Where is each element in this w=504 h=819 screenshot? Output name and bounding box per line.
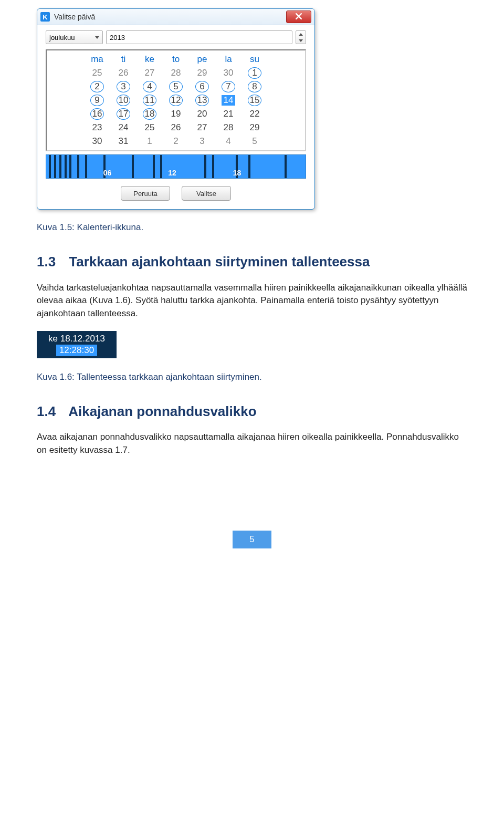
time-ruler[interactable]: 061218 bbox=[46, 154, 306, 179]
close-button[interactable] bbox=[286, 11, 311, 23]
calendar-day[interactable]: 18 bbox=[136, 107, 163, 121]
spin-up-button[interactable] bbox=[296, 31, 306, 37]
calendar-day[interactable]: 4 bbox=[136, 80, 163, 94]
time-display-figure: ke 18.12.2013 12:28:30 bbox=[37, 331, 117, 358]
calendar-day[interactable]: 29 bbox=[189, 66, 215, 80]
calendar-day[interactable]: 29 bbox=[242, 121, 268, 134]
calendar-day[interactable]: 15 bbox=[242, 94, 268, 107]
dialog-title: Valitse päivä bbox=[54, 13, 286, 21]
figure-caption-1-6: Kuva 1.6: Tallenteessa tarkkaan ajankoht… bbox=[37, 372, 467, 382]
weekday-header: ke bbox=[136, 53, 163, 66]
calendar-day[interactable]: 27 bbox=[136, 66, 163, 80]
timeline-marker bbox=[212, 155, 214, 178]
calendar-day[interactable]: 16 bbox=[84, 107, 110, 121]
calendar-day[interactable]: 21 bbox=[215, 107, 242, 121]
cancel-button[interactable]: Peruuta bbox=[121, 186, 170, 201]
weekday-header: la bbox=[215, 53, 242, 66]
calendar-day[interactable]: 11 bbox=[136, 94, 163, 107]
time-display-time: 12:28:30 bbox=[56, 345, 97, 356]
weekday-header: ti bbox=[110, 53, 136, 66]
calendar-day[interactable]: 3 bbox=[189, 134, 215, 148]
calendar-day[interactable]: 27 bbox=[189, 121, 215, 134]
calendar-day[interactable]: 12 bbox=[163, 94, 189, 107]
timeline-marker bbox=[285, 155, 287, 178]
timeline-marker bbox=[49, 155, 51, 178]
caret-down-icon bbox=[299, 39, 303, 42]
calendar-day[interactable]: 20 bbox=[189, 107, 215, 121]
section-title: Tarkkaan ajankohtaan siirtyminen tallent… bbox=[69, 254, 370, 269]
calendar-day[interactable]: 5 bbox=[242, 134, 268, 148]
select-button[interactable]: Valitse bbox=[182, 186, 231, 201]
timeline-marker bbox=[77, 155, 79, 178]
timeline-marker bbox=[59, 155, 61, 178]
timeline-marker bbox=[248, 155, 250, 178]
year-spinner[interactable] bbox=[296, 30, 306, 44]
calendar-day[interactable]: 25 bbox=[84, 66, 110, 80]
calendar-day[interactable]: 26 bbox=[110, 66, 136, 80]
dialog-titlebar: K Valitse päivä bbox=[37, 9, 314, 25]
section-heading-1-4: 1.4 Aikajanan ponnahdusvalikko bbox=[37, 403, 467, 420]
calendar-day[interactable]: 1 bbox=[136, 134, 163, 148]
weekday-header: ma bbox=[84, 53, 110, 66]
section-title: Aikajanan ponnahdusvalikko bbox=[68, 403, 256, 419]
calendar-day[interactable]: 7 bbox=[215, 80, 242, 94]
time-display-date: ke 18.12.2013 bbox=[37, 333, 117, 345]
calendar-day[interactable]: 2 bbox=[163, 134, 189, 148]
calendar-grid-container: matiketopelasu25262728293012345678910111… bbox=[46, 49, 306, 151]
calendar-day[interactable]: 4 bbox=[215, 134, 242, 148]
close-icon bbox=[296, 13, 302, 21]
month-select-value: joulukuu bbox=[49, 34, 75, 42]
calendar-day[interactable]: 22 bbox=[242, 107, 268, 121]
calendar-day[interactable]: 30 bbox=[215, 66, 242, 80]
weekday-header: pe bbox=[189, 53, 215, 66]
calendar-day[interactable]: 28 bbox=[163, 66, 189, 80]
weekday-header: su bbox=[242, 53, 268, 66]
timeline-marker bbox=[54, 155, 56, 178]
timeline-marker bbox=[132, 155, 134, 178]
calendar-day[interactable]: 5 bbox=[163, 80, 189, 94]
calendar-day[interactable]: 26 bbox=[163, 121, 189, 134]
calendar-day[interactable]: 8 bbox=[242, 80, 268, 94]
calendar-day[interactable]: 10 bbox=[110, 94, 136, 107]
weekday-header: to bbox=[163, 53, 189, 66]
calendar-day[interactable]: 25 bbox=[136, 121, 163, 134]
spin-down-button[interactable] bbox=[296, 37, 306, 44]
month-select[interactable]: joulukuu bbox=[46, 30, 103, 44]
calendar-day[interactable]: 19 bbox=[163, 107, 189, 121]
year-input-value: 2013 bbox=[110, 34, 125, 42]
calendar-day[interactable]: 9 bbox=[84, 94, 110, 107]
section-heading-1-3: 1.3 Tarkkaan ajankohtaan siirtyminen tal… bbox=[37, 254, 467, 270]
calendar-day[interactable]: 3 bbox=[110, 80, 136, 94]
section-number: 1.3 bbox=[37, 254, 65, 270]
calendar-day[interactable]: 23 bbox=[84, 121, 110, 134]
calendar-day[interactable]: 6 bbox=[189, 80, 215, 94]
calendar-day[interactable]: 30 bbox=[84, 134, 110, 148]
timeline-marker bbox=[160, 155, 162, 178]
paragraph-1-4: Avaa aikajanan ponnahdusvalikko napsautt… bbox=[37, 431, 467, 457]
year-input[interactable]: 2013 bbox=[106, 30, 292, 44]
calendar-day[interactable]: 17 bbox=[110, 107, 136, 121]
calendar-day[interactable]: 1 bbox=[242, 66, 268, 80]
calendar-day[interactable]: 28 bbox=[215, 121, 242, 134]
timeline-marker bbox=[69, 155, 71, 178]
section-number: 1.4 bbox=[37, 403, 65, 420]
calendar-day[interactable]: 24 bbox=[110, 121, 136, 134]
page-footer: 5 bbox=[37, 531, 467, 548]
paragraph-1-3: Vaihda tarkasteluajankohtaa napsauttamal… bbox=[37, 282, 467, 320]
calendar-day[interactable]: 31 bbox=[110, 134, 136, 148]
calendar-day[interactable]: 14 bbox=[215, 94, 242, 107]
calendar-day[interactable]: 13 bbox=[189, 94, 215, 107]
caret-up-icon bbox=[299, 33, 303, 36]
date-picker-dialog: K Valitse päivä joulukuu 2013 bbox=[37, 8, 315, 210]
timeline-marker bbox=[153, 155, 155, 178]
calendar-day[interactable]: 2 bbox=[84, 80, 110, 94]
chevron-down-icon bbox=[95, 36, 99, 39]
page-number: 5 bbox=[233, 531, 271, 548]
timeline-marker bbox=[65, 155, 67, 178]
figure-caption-1-5: Kuva 1.5: Kalenteri-ikkuna. bbox=[37, 222, 467, 233]
timeline-marker bbox=[204, 155, 206, 178]
timeline-hour-label: 12 bbox=[168, 169, 176, 177]
timeline-hour-label: 18 bbox=[233, 169, 242, 177]
timeline-hour-label: 06 bbox=[103, 169, 112, 177]
timeline-marker bbox=[85, 155, 87, 178]
